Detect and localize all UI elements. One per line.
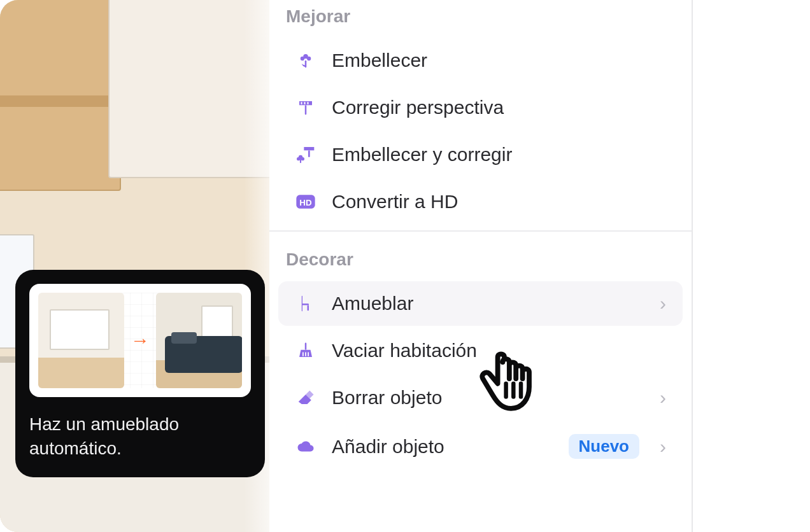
svg-rect-7 (304, 102, 306, 104)
menu-item-erase-object[interactable]: Borrar objeto › (278, 375, 683, 420)
svg-rect-16 (308, 305, 309, 311)
menu-item-label: Añadir objeto (332, 436, 553, 458)
menu-item-label: Borrar objeto (332, 387, 644, 409)
svg-rect-9 (308, 150, 310, 157)
menu-item-label: Corregir perspectiva (332, 97, 666, 118)
feature-tooltip: → Haz un amueblado automático. (15, 270, 265, 477)
app-canvas: Mejorar Embellecer Corregir perspectiva … (0, 0, 810, 532)
svg-rect-8 (308, 102, 309, 104)
menu-item-beautify-correct[interactable]: Embellecer y corregir (278, 132, 683, 177)
cloud-icon (295, 436, 316, 458)
new-badge: Nuevo (569, 434, 639, 459)
broom-icon (295, 340, 316, 361)
svg-point-2 (307, 57, 311, 61)
chair-icon (295, 293, 316, 314)
section-heading-improve: Mejorar (269, 0, 692, 36)
hd-icon: HD (295, 191, 316, 213)
section-divider (269, 230, 692, 232)
chevron-right-icon: › (660, 437, 666, 456)
tooltip-thumb-after (156, 293, 242, 388)
eraser-icon (295, 387, 316, 409)
menu-item-label: Convertir a HD (332, 191, 666, 213)
svg-text:HD: HD (299, 198, 312, 207)
svg-rect-13 (300, 159, 301, 164)
svg-rect-19 (305, 353, 306, 356)
svg-point-1 (301, 57, 305, 61)
menu-item-beautify[interactable]: Embellecer (278, 38, 683, 83)
menu-item-label: Vaciar habitación (332, 340, 666, 361)
svg-point-12 (301, 157, 304, 160)
menu-item-empty-room[interactable]: Vaciar habitación (278, 328, 683, 373)
svg-rect-20 (308, 353, 309, 356)
chevron-right-icon: › (660, 388, 666, 407)
menu-item-label: Embellecer y corregir (332, 144, 666, 165)
ruler-icon (295, 97, 316, 118)
section-heading-decorate: Decorar (269, 243, 692, 279)
tooltip-text: Haz un amueblado automático. (29, 412, 251, 461)
preview-shelf (0, 95, 121, 107)
svg-rect-5 (305, 105, 307, 115)
svg-rect-17 (305, 343, 307, 350)
tooltip-thumb-before (38, 293, 124, 388)
menu-item-label: Embellecer (332, 50, 666, 71)
menu-item-hd[interactable]: HD Convertir a HD (278, 179, 683, 224)
flower-icon (295, 50, 316, 71)
menu-item-label: Amueblar (332, 293, 644, 314)
arrow-right-icon: → (131, 330, 150, 351)
svg-rect-6 (301, 102, 302, 104)
tools-panel: Mejorar Embellecer Corregir perspectiva … (269, 0, 693, 532)
svg-rect-18 (302, 353, 304, 356)
chevron-right-icon: › (660, 294, 666, 313)
svg-point-11 (297, 157, 300, 160)
tooltip-before-after: → (29, 284, 251, 397)
menu-item-perspective[interactable]: Corregir perspectiva (278, 85, 683, 130)
flower-ruler-icon (295, 144, 316, 165)
menu-item-furnish[interactable]: Amueblar › (278, 281, 683, 326)
menu-item-add-object[interactable]: Añadir objeto Nuevo › (278, 423, 683, 470)
